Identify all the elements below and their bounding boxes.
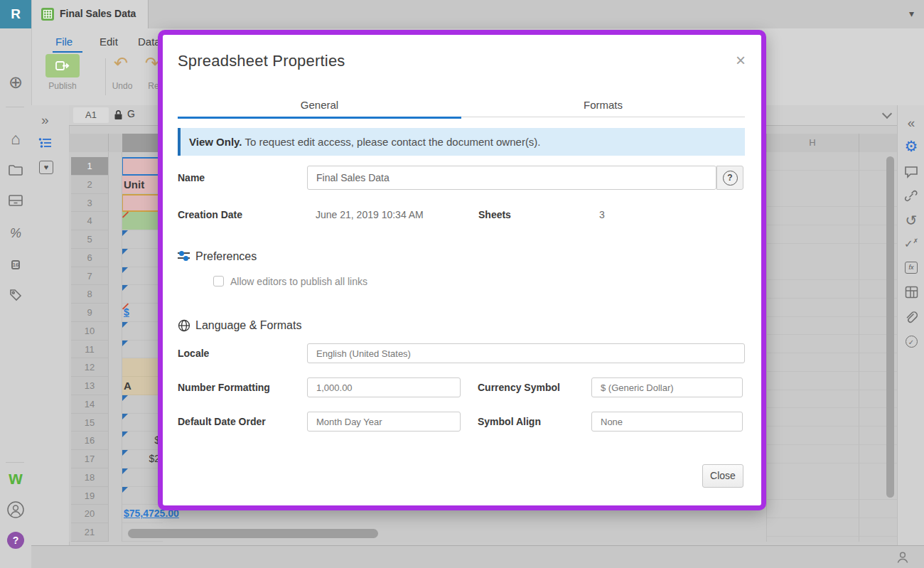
row-header-17[interactable]: 17 — [71, 450, 108, 468]
cell-a11[interactable] — [122, 341, 163, 359]
cell-a3[interactable] — [122, 194, 163, 213]
close-icon[interactable]: × — [736, 52, 746, 69]
row-header-10[interactable]: 10 — [71, 322, 108, 341]
cell-a13[interactable]: A — [122, 377, 163, 395]
symbol-align-select[interactable]: None — [591, 412, 743, 432]
outline-tree-icon[interactable] — [38, 136, 53, 149]
collapse-panel-icon[interactable]: « — [903, 115, 920, 132]
close-button[interactable]: Close — [702, 464, 743, 488]
undo-icon[interactable]: ↶ — [114, 54, 128, 73]
account-icon[interactable] — [6, 500, 26, 519]
app-logo[interactable]: R — [0, 0, 31, 28]
row-header-18[interactable]: 18 — [71, 468, 108, 487]
row-header-5[interactable]: 5 — [71, 230, 108, 249]
row-header-9[interactable]: 9 — [71, 304, 108, 322]
collaborator-person-icon[interactable] — [896, 550, 910, 564]
row-header-12[interactable]: 12 — [71, 358, 108, 377]
gear-icon[interactable]: ⚙ — [903, 138, 920, 155]
comment-marker-icon — [122, 450, 128, 456]
favorites-panel-icon[interactable]: ♥ — [39, 161, 53, 174]
menu-edit[interactable]: Edit — [100, 34, 118, 50]
cell-a10[interactable] — [122, 322, 163, 341]
vertical-scrollbar[interactable] — [886, 156, 894, 498]
paperclip-icon[interactable] — [903, 309, 920, 326]
cell-a5[interactable] — [122, 230, 163, 249]
number-formatting-label: Number Formatting — [178, 380, 270, 395]
writer-logo-icon[interactable]: w — [6, 468, 26, 486]
pivot-table-icon[interactable] — [903, 284, 920, 301]
cell-a4[interactable] — [122, 212, 163, 230]
row-header-16[interactable]: 16 — [71, 432, 108, 450]
calendar-icon[interactable]: 16 — [6, 257, 26, 275]
row-header-21[interactable]: 21 — [71, 523, 108, 542]
rail-divider — [6, 462, 24, 463]
right-grid-area[interactable] — [766, 152, 897, 542]
cell-a8[interactable] — [122, 285, 163, 304]
row-header-8[interactable]: 8 — [71, 285, 108, 304]
comments-icon[interactable] — [903, 164, 920, 181]
comment-marker-icon — [122, 230, 128, 237]
banner-text: To request edit access, please contact t… — [245, 136, 540, 148]
home-icon[interactable]: ⌂ — [6, 130, 26, 149]
menu-file[interactable]: File — [55, 34, 72, 50]
help-icon[interactable]: ? — [6, 532, 26, 550]
number-formatting-select[interactable]: 1,000.00 — [307, 377, 461, 397]
publish-links-checkbox-label: Allow editors to publish all links — [230, 274, 367, 289]
cell-a2[interactable]: Unit — [122, 176, 163, 194]
cell-a7[interactable] — [122, 267, 163, 286]
cell-a15[interactable] — [122, 414, 163, 432]
data-validation-icon[interactable]: ✓✗ — [903, 237, 920, 254]
name-help-button[interactable]: ? — [716, 166, 743, 190]
publish-links-checkbox[interactable] — [213, 276, 224, 286]
row-header-7[interactable]: 7 — [71, 267, 108, 286]
left-app-rail: R ⊕ ⌂ % 16 w ? — [0, 0, 32, 568]
locale-select[interactable]: English (United States) — [307, 343, 745, 363]
tab-general[interactable]: General — [178, 99, 461, 119]
column-h-header[interactable]: H — [766, 134, 859, 151]
cell-a14[interactable] — [122, 395, 163, 414]
row-header-6[interactable]: 6 — [71, 249, 108, 267]
cell-a1[interactable] — [122, 157, 163, 176]
add-new-icon[interactable]: ⊕ — [6, 73, 26, 92]
number-format-icon[interactable]: % — [6, 225, 26, 243]
document-tab[interactable]: Final Sales Data — [31, 0, 149, 28]
functions-panel-icon[interactable]: fx — [903, 260, 920, 277]
publish-button[interactable] — [45, 54, 80, 77]
row-header-15[interactable]: 15 — [71, 414, 108, 432]
expand-panel-icon[interactable]: » — [41, 112, 49, 128]
date-order-select[interactable]: Month Day Year — [307, 412, 461, 432]
history-icon[interactable]: ↺ — [903, 212, 920, 229]
row-header-19[interactable]: 19 — [71, 487, 108, 505]
window-caret-down-icon[interactable]: ▾ — [909, 8, 914, 19]
link-icon[interactable] — [903, 188, 920, 205]
cell-a6[interactable] — [122, 249, 163, 267]
row-header-1[interactable]: 1 — [71, 157, 108, 176]
cell-a17[interactable]: $2 — [122, 450, 163, 468]
checklist-icon[interactable]: ✓ — [903, 334, 920, 351]
row-header-2[interactable]: 2 — [71, 176, 108, 194]
cell-name-box[interactable]: A1 — [73, 107, 109, 123]
folder-icon[interactable] — [6, 163, 26, 181]
horizontal-scrollbar[interactable] — [128, 529, 378, 538]
row-header-11[interactable]: 11 — [71, 341, 108, 359]
row-header-4[interactable]: 4 — [71, 212, 108, 230]
cell-a19[interactable] — [122, 487, 163, 505]
cell-a9[interactable]: $ — [122, 304, 163, 322]
menu-data[interactable]: Data — [138, 34, 161, 50]
name-input[interactable] — [307, 166, 716, 190]
cell-a18[interactable] — [122, 468, 163, 487]
formula-content[interactable]: G — [127, 108, 135, 119]
row-header-3[interactable]: 3 — [71, 194, 108, 213]
formula-bar-chevron-down-icon[interactable] — [882, 109, 892, 119]
archive-box-icon[interactable] — [6, 193, 26, 212]
row-header-13[interactable]: 13 — [71, 377, 108, 395]
cell-a12[interactable] — [122, 358, 163, 377]
cell-a20[interactable]: $75,4725.00 — [122, 505, 163, 523]
select-all-corner[interactable] — [71, 134, 109, 151]
tag-icon[interactable] — [6, 288, 26, 306]
currency-symbol-select[interactable]: $ (Generic Dollar) — [591, 377, 743, 397]
row-header-20[interactable]: 20 — [71, 505, 108, 523]
tab-formats[interactable]: Formats — [461, 99, 745, 117]
cell-a16[interactable]: $ — [122, 432, 163, 450]
row-header-14[interactable]: 14 — [71, 395, 108, 414]
